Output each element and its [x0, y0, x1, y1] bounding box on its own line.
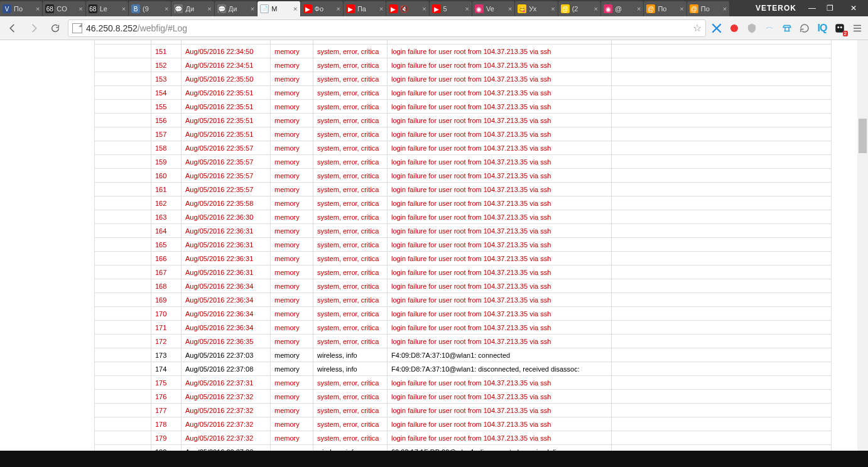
log-cell-message: login failure for user root from 104.37.… [388, 155, 612, 169]
browser-tab[interactable]: ◉@× [601, 1, 644, 16]
browser-tab[interactable]: B(9× [129, 1, 171, 16]
browser-tab[interactable]: 💬Ди× [171, 1, 214, 16]
log-row: 171Aug/05/2016 22:36:34memorysystem, err… [95, 321, 832, 335]
extension-icon[interactable]: 2 [833, 21, 847, 35]
log-cell-end [612, 252, 832, 266]
log-cell-message: login failure for user root from 104.37.… [388, 224, 612, 238]
bookmark-star-icon[interactable]: ☆ [693, 22, 702, 34]
browser-tab[interactable]: ▶🔇× [386, 1, 429, 16]
tab-favicon: @ [690, 4, 698, 13]
browser-tabstrip: VПо×68CO×68Le×B(9×💬Ди×💬Ди×📄M×▶Фо×▶Па×▶🔇×… [0, 0, 730, 16]
log-cell-blank [95, 127, 151, 141]
tab-close-icon[interactable]: × [122, 5, 126, 13]
log-cell-blank [95, 155, 151, 169]
log-cell-time: Aug/05/2016 22:37:32 [182, 417, 271, 431]
extension-icon[interactable] [727, 21, 741, 35]
browser-tab[interactable]: @(2× [558, 1, 601, 16]
tab-favicon: V [3, 4, 11, 13]
tab-close-icon[interactable]: × [251, 5, 254, 13]
browser-tab[interactable]: ▶5× [430, 1, 472, 16]
browser-tab[interactable]: ▶Па× [344, 1, 386, 16]
log-cell-time: Aug/05/2016 22:36:31 [182, 252, 271, 266]
log-row: 170Aug/05/2016 22:36:34memorysystem, err… [95, 307, 832, 321]
tab-close-icon[interactable]: × [680, 5, 683, 13]
tab-label: 🔇 [400, 5, 421, 13]
extension-icon[interactable] [798, 21, 811, 35]
log-cell-buffer: memory [271, 72, 313, 86]
log-cell-blank [95, 293, 151, 307]
tab-favicon: ▶ [432, 4, 441, 13]
log-cell-buffer: memory [271, 445, 313, 451]
log-cell-end [612, 335, 832, 348]
log-cell-blank [95, 390, 151, 404]
tab-close-icon[interactable]: × [594, 5, 598, 13]
window-minimize-button[interactable]: — [804, 2, 820, 14]
log-row: 163Aug/05/2016 22:36:30memorysystem, err… [95, 210, 832, 224]
tab-close-icon[interactable]: × [465, 5, 469, 13]
extension-icon[interactable] [780, 21, 794, 35]
log-cell-message: F4:09:D8:7A:37:10@wlan1: disconnected, r… [388, 362, 612, 376]
log-cell-end [612, 321, 832, 335]
browser-tab[interactable]: VПо× [0, 1, 43, 16]
tab-close-icon[interactable]: × [336, 5, 340, 13]
log-cell-end [612, 86, 832, 100]
tab-close-icon[interactable]: × [165, 5, 168, 13]
log-cell-id: 175 [151, 376, 182, 390]
tab-close-icon[interactable]: × [637, 5, 641, 13]
scrollbar-thumb[interactable] [859, 119, 867, 153]
tab-close-icon[interactable]: × [723, 5, 727, 13]
nav-reload-button[interactable] [46, 19, 64, 37]
tab-close-icon[interactable]: × [207, 5, 211, 13]
log-cell-message: login failure for user root from 104.37.… [388, 114, 612, 127]
browser-tab[interactable]: 68CO× [43, 1, 85, 16]
log-cell-buffer: memory [271, 293, 313, 307]
log-cell-buffer: memory [271, 376, 313, 390]
log-cell-id: 154 [151, 86, 182, 100]
tab-label: CO [57, 5, 77, 13]
browser-tab[interactable]: ◉Ve× [472, 1, 515, 16]
log-cell-time: Aug/05/2016 22:37:32 [182, 390, 271, 404]
log-cell-id: 158 [151, 141, 182, 155]
extension-icon[interactable]: IQ [815, 21, 829, 35]
tab-close-icon[interactable]: × [508, 5, 512, 13]
tab-close-icon[interactable]: × [422, 5, 426, 13]
extension-icon[interactable] [745, 21, 759, 35]
log-cell-id: 162 [151, 196, 182, 210]
browser-tab[interactable]: 📄M× [258, 1, 300, 16]
browser-tab[interactable]: 68Le× [86, 1, 129, 16]
browser-menu-button[interactable] [850, 21, 864, 35]
log-cell-blank [95, 169, 151, 183]
log-cell-blank [95, 210, 151, 224]
extension-icon[interactable] [710, 21, 724, 35]
vertical-scrollbar[interactable] [857, 40, 868, 451]
log-row: 172Aug/05/2016 22:36:35memorysystem, err… [95, 335, 832, 348]
tab-favicon: 68 [45, 4, 54, 13]
window-maximize-button[interactable]: ❐ [822, 2, 838, 14]
browser-tab[interactable]: @По× [687, 1, 730, 16]
browser-tab[interactable]: 💬Ди× [215, 1, 258, 16]
tab-close-icon[interactable]: × [36, 5, 40, 13]
nav-back-button[interactable] [4, 19, 21, 37]
browser-tab[interactable]: @По× [644, 1, 686, 16]
extension-icon[interactable] [762, 21, 776, 35]
tab-label: M [271, 5, 292, 13]
address-bar[interactable]: 46.250.8.252/webfig/#Log ☆ [68, 19, 706, 37]
tab-close-icon[interactable]: × [379, 5, 383, 13]
tab-close-icon[interactable]: × [79, 5, 82, 13]
tab-favicon: 💬 [217, 4, 226, 13]
nav-forward-button[interactable] [25, 19, 43, 37]
tab-close-icon[interactable]: × [551, 5, 555, 13]
tab-label: По [14, 5, 35, 13]
log-cell-buffer: memory [271, 210, 313, 224]
log-cell-buffer: memory [271, 266, 313, 279]
browser-tab[interactable]: ▶Фо× [301, 1, 344, 16]
log-cell-buffer: memory [271, 114, 313, 127]
tab-close-icon[interactable]: × [293, 5, 297, 13]
log-cell-topics: system, error, critica [313, 141, 388, 155]
browser-tab[interactable]: 😋Ух× [515, 1, 558, 16]
log-cell-message: login failure for user root from 104.37.… [388, 279, 612, 293]
address-host: 46.250.8.252 [86, 23, 138, 33]
tab-label: Па [357, 5, 378, 13]
window-close-button[interactable]: ✕ [839, 2, 868, 14]
tab-label: Le [100, 5, 121, 13]
